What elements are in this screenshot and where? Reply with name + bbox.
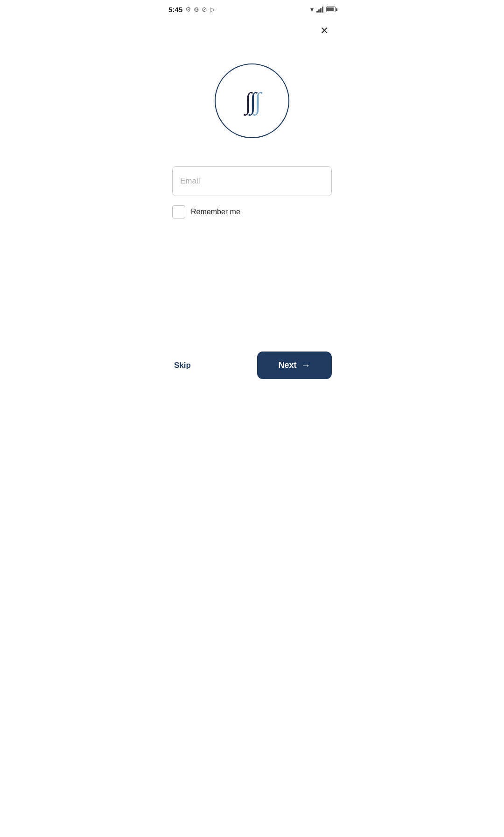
logo-circle: ∫ ∫ ∫: [215, 63, 289, 138]
signal-bar-4: [322, 7, 323, 13]
battery-icon: [326, 7, 336, 12]
next-label: Next: [278, 360, 296, 370]
signal-bars: [316, 6, 323, 13]
play-icon: ▷: [210, 6, 215, 13]
logo-letter-2: ∫: [250, 87, 254, 115]
remember-me-checkbox[interactable]: [172, 205, 185, 218]
logo-container: ∫ ∫ ∫: [161, 63, 343, 138]
status-bar: 5:45 ⚙ G ⊘ ▷ ▾: [161, 0, 343, 17]
status-time: 5:45: [168, 6, 182, 14]
status-left: 5:45 ⚙ G ⊘ ▷: [168, 6, 215, 14]
logo-text: ∫ ∫ ∫: [245, 87, 259, 115]
signal-bar-1: [316, 11, 318, 13]
google-icon: G: [194, 6, 199, 13]
next-arrow-icon: →: [301, 360, 311, 371]
form-container: Remember me: [161, 166, 343, 218]
signal-bar-3: [320, 8, 322, 13]
close-button[interactable]: ✕: [315, 21, 334, 40]
email-field[interactable]: [172, 166, 332, 196]
skip-button[interactable]: Skip: [172, 357, 193, 374]
wifi-icon: ▾: [310, 6, 314, 13]
settings-icon: ⚙: [185, 6, 191, 13]
block-icon: ⊘: [202, 6, 207, 13]
remember-me-row: Remember me: [172, 205, 332, 218]
signal-bar-2: [318, 9, 320, 13]
bottom-actions: Skip Next →: [161, 352, 343, 379]
status-right: ▾: [310, 6, 336, 13]
close-icon: ✕: [320, 25, 329, 37]
remember-me-label: Remember me: [191, 208, 240, 216]
logo-letter-3: ∫: [254, 87, 259, 115]
next-button[interactable]: Next →: [257, 352, 332, 379]
logo-letter-1: ∫: [245, 87, 250, 115]
